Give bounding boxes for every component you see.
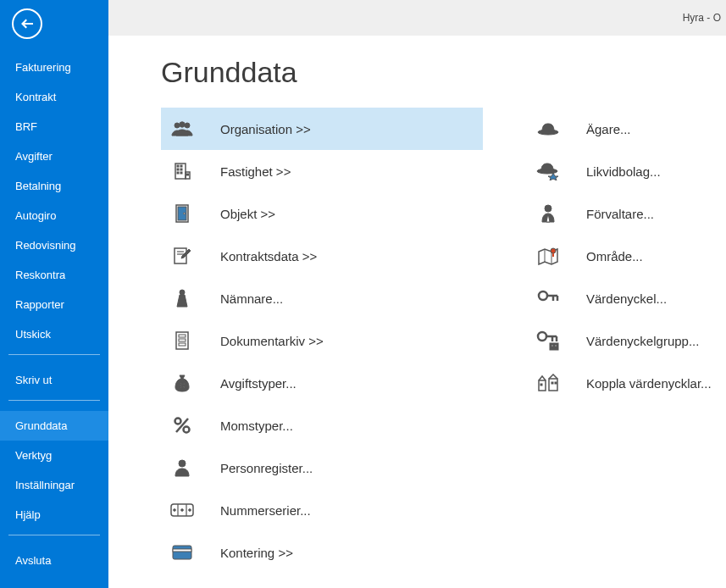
svg-point-38	[545, 205, 551, 212]
nav-grunddata[interactable]: Grunddata	[0, 411, 108, 441]
item-nummerserier[interactable]: Nummerserier...	[161, 489, 483, 531]
item-omrade[interactable]: Område...	[527, 235, 726, 277]
item-label: Objekt >>	[220, 207, 275, 221]
svg-point-24	[175, 419, 181, 424]
item-objekt[interactable]: Objekt >>	[161, 192, 483, 235]
topbar: Hyra - O	[108, 0, 726, 36]
nav-installningar[interactable]: Inställningar	[0, 470, 108, 500]
svg-rect-11	[187, 174, 189, 175]
nav-brf[interactable]: BRF	[0, 112, 108, 141]
building-icon	[169, 158, 195, 184]
item-label: Dokumentarkiv >>	[220, 334, 324, 348]
item-forvaltare[interactable]: Förvaltare...	[527, 192, 726, 235]
svg-rect-52	[555, 345, 557, 347]
svg-rect-9	[180, 172, 182, 174]
item-label: Nämnare...	[220, 291, 283, 306]
manager-icon	[535, 201, 561, 226]
nav-label: Utskick	[15, 328, 51, 341]
item-personregister[interactable]: Personregister...	[161, 447, 483, 489]
svg-point-25	[184, 427, 190, 433]
item-organisation[interactable]: Organisation >>	[161, 108, 483, 150]
svg-rect-54	[549, 379, 557, 391]
nav-verktyg[interactable]: Verktyg	[0, 441, 108, 470]
nav-label: Autogiro	[15, 209, 56, 222]
nav-avgifter[interactable]: Avgifter	[0, 141, 108, 171]
item-label: Momstyper...	[220, 419, 293, 433]
item-momstyper[interactable]: Momstyper...	[161, 404, 483, 447]
key-icon	[535, 286, 561, 311]
nav-avsluta[interactable]: Avsluta	[0, 546, 108, 575]
grunddata-grid: Organisation >> Fastighet >>	[161, 108, 726, 574]
window-title: Hyra - O	[683, 12, 721, 24]
item-kontraktsdata[interactable]: Kontraktsdata >>	[161, 235, 483, 277]
nav-kontrakt[interactable]: Kontrakt	[0, 82, 108, 112]
hat-icon	[535, 116, 561, 141]
group-icon	[169, 116, 195, 141]
item-label: Värdenyckel...	[586, 291, 667, 306]
nav-betalning[interactable]: Betalning	[0, 171, 108, 201]
nav-label: Inställningar	[15, 479, 75, 491]
svg-rect-51	[551, 345, 553, 347]
item-label: Kontraktsdata >>	[220, 249, 317, 263]
item-koppla-vardenycklar[interactable]: Koppla värdenycklar...	[527, 362, 726, 404]
svg-rect-20	[179, 335, 186, 337]
map-icon	[535, 243, 561, 269]
nav-utskick[interactable]: Utskick	[0, 319, 108, 349]
svg-point-1	[180, 122, 185, 127]
nav-rapporter[interactable]: Rapporter	[0, 290, 108, 319]
nav-label: Hjälp	[15, 508, 41, 521]
nav-label: Reskontra	[15, 269, 65, 281]
item-vardenyckelgrupp[interactable]: Värdenyckelgrupp...	[527, 319, 726, 362]
svg-rect-34	[173, 546, 191, 559]
svg-rect-57	[555, 382, 557, 384]
nav-label: Rapporter	[15, 298, 64, 311]
item-kontering[interactable]: Kontering >>	[161, 531, 483, 574]
svg-point-41	[551, 248, 556, 253]
item-label: Koppla värdenycklar...	[586, 376, 712, 391]
svg-rect-8	[177, 172, 179, 174]
nav-reskontra[interactable]: Reskontra	[0, 260, 108, 290]
item-dokumentarkiv[interactable]: Dokumentarkiv >>	[161, 319, 483, 362]
svg-point-32	[181, 509, 184, 512]
item-label: Avgiftstyper...	[220, 376, 296, 391]
hat-star-icon	[535, 158, 561, 184]
nav-skriv-ut[interactable]: Skriv ut	[0, 365, 108, 395]
svg-line-26	[176, 419, 188, 432]
item-avgiftstyper[interactable]: € Avgiftstyper...	[161, 362, 483, 404]
key-group-icon	[535, 328, 561, 353]
svg-point-42	[539, 291, 547, 300]
item-label: Likvidbolag...	[586, 164, 661, 179]
item-label: Organisation >>	[220, 122, 311, 136]
back-button[interactable]	[12, 8, 42, 39]
item-likvidbolag[interactable]: Likvidbolag...	[527, 150, 726, 192]
item-label: Fastighet >>	[220, 164, 291, 179]
nav-label: Fakturering	[15, 61, 71, 74]
sidebar: Fakturering Kontrakt BRF Avgifter Betaln…	[0, 0, 108, 588]
sidebar-group-primary: Fakturering Kontrakt BRF Avgifter Betaln…	[0, 42, 108, 349]
svg-point-2	[185, 123, 190, 128]
card-icon	[169, 540, 195, 565]
item-label: Kontering >>	[220, 546, 293, 560]
svg-rect-22	[179, 343, 186, 346]
item-vardenyckel[interactable]: Värdenyckel...	[527, 277, 726, 319]
item-label: Personregister...	[220, 461, 313, 475]
sidebar-group-system: Grunddata Verktyg Inställningar Hjälp	[0, 401, 108, 530]
svg-rect-56	[551, 382, 553, 384]
weight-icon	[169, 286, 195, 311]
item-fastighet[interactable]: Fastighet >>	[161, 150, 483, 192]
nav-autogiro[interactable]: Autogiro	[0, 201, 108, 230]
svg-rect-4	[177, 165, 179, 167]
svg-point-0	[175, 123, 180, 128]
counter-icon	[169, 497, 195, 523]
sidebar-group-print: Skriv ut	[0, 355, 108, 395]
item-label: Nummerserier...	[220, 503, 311, 518]
nav-hjalp[interactable]: Hjälp	[0, 500, 108, 530]
item-agare[interactable]: Ägare...	[527, 108, 726, 150]
nav-fakturering[interactable]: Fakturering	[0, 53, 108, 82]
key-property-icon	[535, 370, 561, 396]
nav-redovisning[interactable]: Redovisning	[0, 230, 108, 260]
main-content: Grunddata Organisation >>	[108, 36, 726, 588]
nav-label: Kontrakt	[15, 91, 56, 103]
column-left: Organisation >> Fastighet >>	[161, 108, 483, 574]
item-namnare[interactable]: Nämnare...	[161, 277, 483, 319]
